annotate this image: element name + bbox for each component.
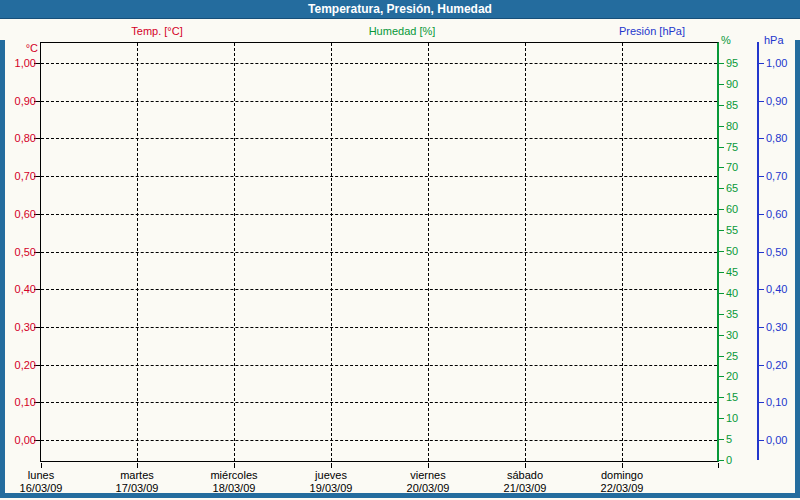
temperature-tick-label: 0,70 [0, 170, 36, 182]
day-label: domingo22/03/09 [601, 469, 644, 494]
day-tick [428, 463, 429, 468]
humidity-axis-unit: % [721, 34, 731, 46]
pressure-tick-label: 0,40 [766, 283, 787, 295]
legend-pressure: Presión [hPa] [619, 25, 685, 37]
h-gridline [41, 327, 717, 328]
pressure-tick [759, 402, 764, 403]
humidity-tick-label: 10 [726, 412, 738, 424]
humidity-tick [719, 314, 724, 315]
humidity-tick-label: 35 [726, 308, 738, 320]
day-name: domingo [601, 469, 644, 481]
day-label: martes17/03/09 [116, 469, 159, 494]
humidity-tick [719, 356, 724, 357]
h-gridline [41, 440, 717, 441]
pressure-tick [759, 365, 764, 366]
h-gridline [41, 138, 717, 139]
window-border-left [0, 40, 5, 498]
temperature-tick-label: 0,80 [0, 132, 36, 144]
temperature-tick-label: 0,60 [0, 208, 36, 220]
temperature-tick-label: 1,00 [0, 57, 36, 69]
humidity-tick-label: 45 [726, 266, 738, 278]
h-gridline [41, 101, 717, 102]
pressure-tick-label: 1,00 [766, 57, 787, 69]
pressure-tick-label: 0,70 [766, 170, 787, 182]
legend-humidity: Humedad [%] [369, 25, 436, 37]
temperature-axis-unit: °C [0, 42, 38, 54]
day-tick [622, 463, 623, 468]
temperature-tick-label: 0,40 [0, 283, 36, 295]
temperature-tick-label: 0,30 [0, 321, 36, 333]
temperature-tick-label: 0,90 [0, 95, 36, 107]
day-tick [41, 463, 42, 468]
temperature-tick-label: 0,20 [0, 359, 36, 371]
pressure-tick [759, 176, 764, 177]
day-tick [234, 463, 235, 468]
humidity-tick-label: 15 [726, 391, 738, 403]
v-gridline [137, 43, 138, 461]
day-name: viernes [407, 469, 450, 481]
h-gridline [41, 252, 717, 253]
day-label: jueves19/03/09 [310, 469, 353, 494]
pressure-tick [759, 289, 764, 290]
h-gridline [41, 365, 717, 366]
day-tick [137, 463, 138, 468]
humidity-tick [719, 147, 724, 148]
v-gridline [622, 43, 623, 461]
v-gridline [331, 43, 332, 461]
day-name: sábado [504, 469, 547, 481]
v-gridline [525, 43, 526, 461]
app-window: Temperatura, Presión, Humedad Temp. [°C]… [0, 0, 800, 500]
pressure-tick [759, 101, 764, 102]
day-label: sábado21/03/09 [504, 469, 547, 494]
day-tick [331, 463, 332, 468]
pressure-tick [759, 138, 764, 139]
day-name: jueves [310, 469, 353, 481]
humidity-tick [719, 63, 724, 64]
pressure-tick [759, 440, 764, 441]
pressure-tick-label: 0,20 [766, 359, 787, 371]
day-name: martes [116, 469, 159, 481]
humidity-tick-label: 55 [726, 224, 738, 236]
h-gridline [41, 176, 717, 177]
day-date: 22/03/09 [601, 482, 644, 494]
humidity-tick-label: 60 [726, 203, 738, 215]
humidity-tick-label: 90 [726, 78, 738, 90]
humidity-tick-label: 75 [726, 141, 738, 153]
pressure-tick-label: 0,90 [766, 95, 787, 107]
h-gridline [41, 214, 717, 215]
h-gridline [41, 63, 717, 64]
day-date: 19/03/09 [310, 482, 353, 494]
window-title: Temperatura, Presión, Humedad [308, 2, 492, 16]
day-date: 16/03/09 [20, 482, 63, 494]
humidity-tick [719, 251, 724, 252]
humidity-tick [719, 230, 724, 231]
pressure-axis-unit: hPa [764, 34, 784, 46]
humidity-tick [719, 209, 724, 210]
window-border-right [795, 40, 800, 498]
v-gridline [428, 43, 429, 461]
humidity-tick [719, 272, 724, 273]
day-label: viernes20/03/09 [407, 469, 450, 494]
window-titlebar[interactable]: Temperatura, Presión, Humedad [0, 0, 800, 19]
humidity-tick [719, 126, 724, 127]
day-date: 20/03/09 [407, 482, 450, 494]
humidity-tick-label: 40 [726, 287, 738, 299]
h-gridline [41, 402, 717, 403]
humidity-tick [719, 84, 724, 85]
pressure-tick [759, 252, 764, 253]
humidity-tick-label: 0 [726, 454, 732, 466]
humidity-tick-label: 70 [726, 161, 738, 173]
humidity-tick [719, 418, 724, 419]
v-gridline [234, 43, 235, 461]
humidity-tick-label: 95 [726, 57, 738, 69]
humidity-tick-label: 65 [726, 182, 738, 194]
day-label: lunes16/03/09 [20, 469, 63, 494]
humidity-tick [719, 397, 724, 398]
temperature-tick-label: 0,00 [0, 434, 36, 446]
pressure-tick-label: 0,50 [766, 246, 787, 258]
pressure-tick-label: 0,60 [766, 208, 787, 220]
pressure-tick [759, 63, 764, 64]
humidity-tick-label: 80 [726, 120, 738, 132]
humidity-tick [719, 293, 724, 294]
humidity-tick-label: 50 [726, 245, 738, 257]
